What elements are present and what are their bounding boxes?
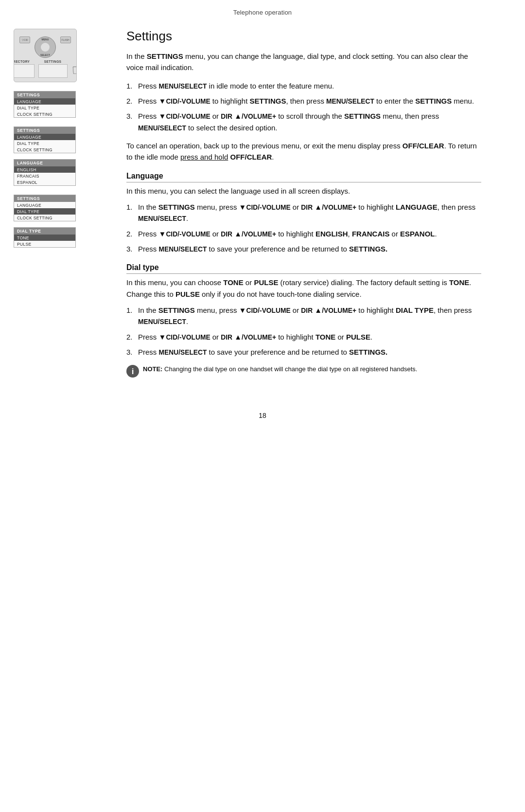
hand-icon: ☞ (71, 62, 77, 78)
sidebar: ▽CID MENU SELECT FLASH DIRECTORY SETTING… (0, 19, 122, 387)
language-step-2-text: Press ▼CID/-VOLUME or DIR ▲/VOLUME+ to h… (138, 228, 481, 239)
dialtype-steps: 1. In the SETTINGS menu, press ▼CID/-VOL… (126, 305, 481, 358)
dialtype-menu-box: DIAL TYPE TONE PULSE (14, 227, 76, 248)
step-1-text: Press MENU/SELECT in idle mode to enter … (138, 80, 481, 91)
dialtype-menu-header: DIAL TYPE (14, 228, 75, 235)
settings-label-device: SETTINGS (44, 60, 62, 63)
step-2-num: 2. (126, 95, 135, 107)
settings-menu-item-language-2: LANGUAGE (14, 134, 75, 140)
settings-menu-item-clocksetting-3: CLOCK SETTING (14, 215, 75, 221)
step-1: 1. Press MENU/SELECT in idle mode to ent… (126, 80, 481, 91)
settings-menu-header-2: SETTINGS (14, 127, 75, 134)
sidebar-section-2: SETTINGS LANGUAGE DIAL TYPE CLOCK SETTIN… (14, 126, 76, 186)
dialtype-step-1-text: In the SETTINGS menu, press ▼CID/-VOLUME… (138, 305, 481, 327)
cid-button: ▽CID (19, 36, 30, 43)
settings-menu-header-1: SETTINGS (14, 91, 75, 98)
intro-paragraph: In the SETTINGS menu, you can change the… (126, 51, 481, 73)
step-3: 3. Press ▼CID/-VOLUME or DIR ▲/VOLUME+ t… (126, 110, 481, 133)
dialtype-step-2-text: Press ▼CID/-VOLUME or DIR ▲/VOLUME+ to h… (138, 331, 481, 343)
phone-device-illustration: ▽CID MENU SELECT FLASH DIRECTORY SETTING… (14, 29, 77, 82)
cancel-para: To cancel an operation, back up to the p… (126, 140, 481, 163)
directory-label: DIRECTORY (14, 60, 30, 63)
step-1-num: 1. (126, 80, 135, 91)
step-3-text: Press ▼CID/-VOLUME or DIR ▲/VOLUME+ to s… (138, 110, 481, 133)
sidebar-section-3: SETTINGS LANGUAGE DIAL TYPE CLOCK SETTIN… (14, 195, 76, 248)
settings-menu-item-language-3: LANGUAGE (14, 202, 75, 208)
nav-top-label: MENU (42, 38, 49, 41)
language-heading: Language (126, 172, 481, 182)
main-steps: 1. Press MENU/SELECT in idle mode to ent… (126, 80, 481, 134)
dialtype-step-3-text: Press MENU/SELECT to save your preferenc… (138, 346, 481, 358)
language-step-3: 3. Press MENU/SELECT to save your prefer… (126, 243, 481, 254)
page-number: 18 (0, 407, 525, 419)
page-header: Telephone operation (0, 0, 525, 19)
phone-top-buttons: ▽CID MENU SELECT FLASH (14, 34, 76, 58)
header-label: Telephone operation (233, 9, 292, 16)
settings-menu-header-3: SETTINGS (14, 195, 75, 202)
note-box: i NOTE: Changing the dial type on one ha… (126, 364, 481, 378)
dialtype-step-1-num: 1. (126, 305, 135, 327)
language-step-3-num: 3. (126, 243, 135, 254)
note-text: NOTE: Changing the dial type on one hand… (143, 364, 417, 374)
language-step-2-num: 2. (126, 228, 135, 239)
settings-menu-item-language-1: LANGUAGE (14, 98, 75, 105)
language-step-1: 1. In the SETTINGS menu, press ▼CID/-VOL… (126, 201, 481, 224)
dialtype-heading: Dial type (126, 263, 481, 274)
language-espanol: ESPANOL (14, 179, 75, 185)
language-step-1-num: 1. (126, 201, 135, 224)
settings-menu-item-dialtype-2: DIAL TYPE (14, 140, 75, 146)
dialtype-step-3-num: 3. (126, 346, 135, 358)
step-3-num: 3. (126, 110, 135, 133)
dialtype-step-2: 2. Press ▼CID/-VOLUME or DIR ▲/VOLUME+ t… (126, 331, 481, 343)
settings-menu-item-dialtype-1: DIAL TYPE (14, 105, 75, 111)
language-english: ENGLISH (14, 166, 75, 173)
main-content: Settings In the SETTINGS menu, you can c… (122, 19, 501, 387)
sidebar-section-1: SETTINGS LANGUAGE DIAL TYPE CLOCK SETTIN… (14, 91, 76, 118)
step-2: 2. Press ▼CID/-VOLUME to highlight SETTI… (126, 95, 481, 107)
dialtype-intro: In this menu, you can choose TONE or PUL… (126, 277, 481, 300)
step-2-text: Press ▼CID/-VOLUME to highlight SETTINGS… (138, 95, 481, 107)
dialtype-step-2-num: 2. (126, 331, 135, 343)
info-icon: i (126, 365, 139, 378)
nav-circle: MENU SELECT (35, 36, 56, 58)
language-step-3-text: Press MENU/SELECT to save your preferenc… (138, 243, 481, 254)
nav-inner (41, 43, 50, 52)
language-steps: 1. In the SETTINGS menu, press ▼CID/-VOL… (126, 201, 481, 255)
language-francais: FRANCAIS (14, 173, 75, 179)
language-step-1-text: In the SETTINGS menu, press ▼CID/-VOLUME… (138, 201, 481, 224)
flash-button: FLASH (60, 36, 71, 43)
dialtype-pulse: PULSE (14, 241, 75, 247)
settings-menu-box-1: SETTINGS LANGUAGE DIAL TYPE CLOCK SETTIN… (14, 91, 76, 118)
language-intro: In this menu, you can select the languag… (126, 185, 481, 197)
settings-menu-box-3: SETTINGS LANGUAGE DIAL TYPE CLOCK SETTIN… (14, 195, 76, 221)
language-menu-header: LANGUAGE (14, 160, 75, 166)
dialtype-step-1: 1. In the SETTINGS menu, press ▼CID/-VOL… (126, 305, 481, 327)
language-menu-box: LANGUAGE ENGLISH FRANCAIS ESPANOL (14, 159, 76, 186)
directory-block (14, 64, 35, 78)
settings-menu-box-2: SETTINGS LANGUAGE DIAL TYPE CLOCK SETTIN… (14, 126, 76, 153)
dialtype-tone: TONE (14, 235, 75, 241)
page-title: Settings (126, 29, 481, 44)
nav-bottom-label: SELECT (40, 54, 50, 56)
language-step-2: 2. Press ▼CID/-VOLUME or DIR ▲/VOLUME+ t… (126, 228, 481, 239)
settings-menu-item-clocksetting-1: CLOCK SETTING (14, 111, 75, 117)
settings-menu-item-clocksetting-2: CLOCK SETTING (14, 146, 75, 153)
dialtype-step-3: 3. Press MENU/SELECT to save your prefer… (126, 346, 481, 358)
settings-block (38, 64, 68, 78)
settings-menu-item-dialtype-3: DIAL TYPE (14, 208, 75, 215)
